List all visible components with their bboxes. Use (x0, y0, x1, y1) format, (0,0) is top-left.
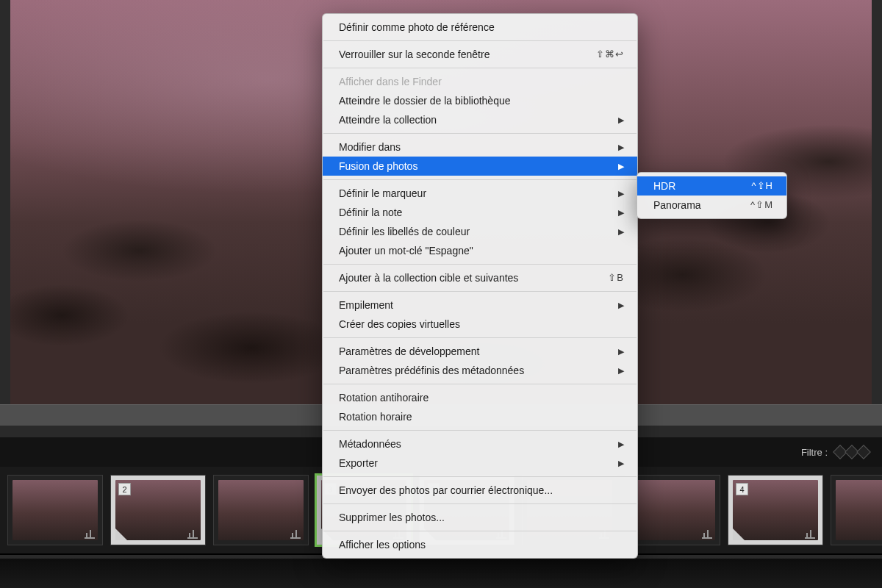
menu-item-label: Afficher dans le Finder (339, 74, 442, 89)
adjustments-icon (805, 531, 815, 539)
menu-item-right: ▶ (618, 140, 624, 154)
submenu-arrow-icon: ▶ (618, 205, 624, 220)
menu-item-right: ▶ (618, 205, 624, 220)
menu-item-label: Exporter (339, 456, 378, 470)
submenu-arrow-icon: ▶ (618, 140, 624, 154)
filmstrip-thumb[interactable] (7, 475, 103, 545)
photo-merge-submenu[interactable]: HDR^⇧HPanorama^⇧M (637, 172, 787, 219)
menu-separator (323, 337, 637, 338)
menu-item-label: Afficher les options (339, 537, 426, 552)
menu-separator (323, 503, 637, 504)
menu-separator (323, 430, 637, 431)
menu-item[interactable]: Envoyer des photos par courrier électron… (323, 481, 637, 500)
menu-item-right: ▶ (618, 224, 624, 239)
submenu-item[interactable]: HDR^⇧H (637, 176, 786, 196)
thumb-image (836, 480, 882, 540)
filmstrip-thumb[interactable] (625, 475, 720, 545)
menu-item-label: Supprimer les photos... (339, 510, 445, 525)
menu-item-label: Envoyer des photos par courrier électron… (339, 483, 553, 498)
submenu-arrow-icon: ▶ (618, 298, 624, 312)
menu-shortcut: ^⇧M (750, 198, 773, 212)
menu-item[interactable]: Exporter▶ (323, 453, 637, 473)
menu-item-label: Atteindre le dossier de la bibliothèque (339, 93, 511, 108)
menu-item-label: Ajouter à la collection cible et suivant… (339, 270, 518, 285)
menu-item[interactable]: Paramètres prédéfinis des métadonnées▶ (323, 361, 637, 380)
menu-item-label: Rotation antihoraire (339, 390, 429, 405)
menu-separator (323, 40, 637, 41)
menu-item[interactable]: Empilement▶ (323, 295, 637, 315)
menu-item: Afficher dans le Finder (323, 72, 637, 91)
menu-item-right: ▶ (618, 363, 624, 378)
filmstrip-thumb[interactable]: 4 (728, 475, 823, 545)
menu-item[interactable]: Créer des copies virtuelles (323, 315, 637, 334)
menu-item[interactable]: Atteindre la collection▶ (323, 110, 637, 129)
menu-item-label: Paramètres prédéfinis des métadonnées (339, 363, 524, 378)
menu-shortcut: ^⇧H (752, 179, 774, 193)
menu-separator (323, 476, 637, 477)
menu-separator (323, 68, 637, 68)
menu-item[interactable]: Afficher les options (323, 535, 637, 554)
menu-item-right: ⇧⌘↩ (596, 47, 624, 62)
menu-item-label: Définir comme photo de référence (339, 20, 495, 35)
stack-fold-icon (733, 528, 745, 540)
menu-item[interactable]: Paramètres de développement▶ (323, 342, 637, 361)
menu-item[interactable]: Définir les libellés de couleur▶ (323, 222, 637, 241)
menu-separator (323, 531, 637, 531)
menu-item[interactable]: Modifier dans▶ (323, 137, 637, 157)
stack-fold-icon (115, 528, 127, 540)
filmstrip-thumb[interactable] (213, 475, 309, 545)
menu-item[interactable]: Définir la note▶ (323, 203, 637, 222)
submenu-item[interactable]: Panorama^⇧M (637, 196, 786, 215)
submenu-arrow-icon: ▶ (618, 159, 624, 173)
filter-flags[interactable] (835, 447, 869, 457)
menu-item-right: ▶ (618, 437, 624, 451)
menu-item-label: Fusion de photos (339, 159, 417, 173)
menu-item[interactable]: Rotation antihoraire (323, 388, 637, 407)
filter-label: Filtre : (801, 447, 828, 458)
menu-separator (323, 133, 637, 134)
menu-item-right: ▶ (618, 186, 624, 201)
context-menu[interactable]: Définir comme photo de référenceVerrouil… (322, 13, 638, 559)
menu-item[interactable]: Définir le marqueur▶ (323, 184, 637, 203)
menu-item-right: ⇧B (608, 270, 624, 285)
stack-count-badge: 2 (118, 483, 131, 495)
menu-item[interactable]: Ajouter un mot-clé "Espagne" (323, 241, 637, 260)
filter-diamond-icon[interactable] (856, 445, 871, 459)
menu-item-right: ▶ (618, 298, 624, 312)
menu-item-label: Paramètres de développement (339, 344, 479, 359)
menu-separator (323, 264, 637, 265)
filmstrip-thumb[interactable] (831, 475, 882, 545)
menu-item-right: ▶ (618, 112, 624, 127)
submenu-arrow-icon: ▶ (618, 186, 624, 201)
menu-item-label: Créer des copies virtuelles (339, 317, 460, 331)
menu-item[interactable]: Métadonnées▶ (323, 434, 637, 453)
menu-item[interactable]: Atteindre le dossier de la bibliothèque (323, 91, 637, 110)
menu-item-right: ▶ (618, 344, 624, 359)
submenu-arrow-icon: ▶ (618, 456, 624, 470)
menu-item[interactable]: Verrouiller sur la seconde fenêtre⇧⌘↩ (323, 45, 637, 64)
menu-item[interactable]: Supprimer les photos... (323, 508, 637, 527)
menu-item[interactable]: Ajouter à la collection cible et suivant… (323, 268, 637, 287)
submenu-arrow-icon: ▶ (618, 344, 624, 359)
menu-separator (323, 384, 637, 384)
adjustments-icon (85, 531, 95, 539)
adjustments-icon (702, 531, 712, 539)
submenu-arrow-icon: ▶ (618, 437, 624, 451)
menu-item[interactable]: Fusion de photos▶ (323, 157, 637, 176)
submenu-item-label: Panorama (653, 198, 701, 212)
adjustments-icon (290, 531, 301, 539)
stack-count-badge: 4 (736, 483, 748, 495)
filmstrip-thumb[interactable]: 2 (110, 475, 206, 545)
menu-item-right: ▶ (618, 159, 624, 173)
filmstrip-bottom-bar (0, 559, 882, 588)
submenu-arrow-icon: ▶ (618, 112, 624, 127)
menu-shortcut: ⇧B (608, 270, 624, 285)
menu-shortcut: ⇧⌘↩ (596, 47, 624, 62)
menu-item-label: Métadonnées (339, 437, 401, 451)
submenu-arrow-icon: ▶ (618, 363, 624, 378)
menu-separator (323, 179, 637, 180)
menu-item[interactable]: Définir comme photo de référence (323, 18, 637, 37)
submenu-arrow-icon: ▶ (618, 224, 624, 239)
menu-item[interactable]: Rotation horaire (323, 407, 637, 426)
menu-item-label: Définir les libellés de couleur (339, 224, 470, 239)
